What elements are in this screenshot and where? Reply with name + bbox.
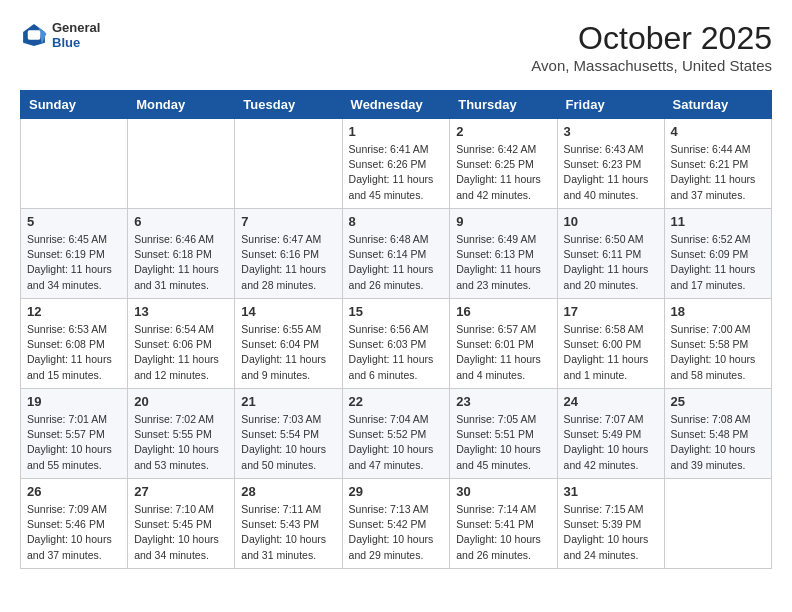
- day-number: 7: [241, 214, 335, 229]
- calendar-cell: 26Sunrise: 7:09 AM Sunset: 5:46 PM Dayli…: [21, 479, 128, 569]
- day-number: 11: [671, 214, 765, 229]
- calendar-cell: 4Sunrise: 6:44 AM Sunset: 6:21 PM Daylig…: [664, 119, 771, 209]
- calendar-table: SundayMondayTuesdayWednesdayThursdayFrid…: [20, 90, 772, 569]
- day-info: Sunrise: 6:48 AM Sunset: 6:14 PM Dayligh…: [349, 232, 444, 293]
- day-info: Sunrise: 6:49 AM Sunset: 6:13 PM Dayligh…: [456, 232, 550, 293]
- calendar-cell: 1Sunrise: 6:41 AM Sunset: 6:26 PM Daylig…: [342, 119, 450, 209]
- day-number: 29: [349, 484, 444, 499]
- day-info: Sunrise: 6:54 AM Sunset: 6:06 PM Dayligh…: [134, 322, 228, 383]
- weekday-header-thursday: Thursday: [450, 91, 557, 119]
- day-number: 20: [134, 394, 228, 409]
- day-info: Sunrise: 6:55 AM Sunset: 6:04 PM Dayligh…: [241, 322, 335, 383]
- day-number: 5: [27, 214, 121, 229]
- day-info: Sunrise: 7:07 AM Sunset: 5:49 PM Dayligh…: [564, 412, 658, 473]
- day-number: 9: [456, 214, 550, 229]
- day-number: 4: [671, 124, 765, 139]
- page-header: General Blue October 2025 Avon, Massachu…: [20, 20, 772, 74]
- calendar-cell: 14Sunrise: 6:55 AM Sunset: 6:04 PM Dayli…: [235, 299, 342, 389]
- calendar-cell: 5Sunrise: 6:45 AM Sunset: 6:19 PM Daylig…: [21, 209, 128, 299]
- title-block: October 2025 Avon, Massachusetts, United…: [531, 20, 772, 74]
- calendar-cell: 8Sunrise: 6:48 AM Sunset: 6:14 PM Daylig…: [342, 209, 450, 299]
- logo-general-text: General: [52, 20, 100, 35]
- calendar-cell: 15Sunrise: 6:56 AM Sunset: 6:03 PM Dayli…: [342, 299, 450, 389]
- weekday-header-friday: Friday: [557, 91, 664, 119]
- day-number: 31: [564, 484, 658, 499]
- day-info: Sunrise: 6:57 AM Sunset: 6:01 PM Dayligh…: [456, 322, 550, 383]
- calendar-cell: [235, 119, 342, 209]
- logo-blue-text: Blue: [52, 35, 100, 50]
- day-number: 24: [564, 394, 658, 409]
- calendar-week-row: 12Sunrise: 6:53 AM Sunset: 6:08 PM Dayli…: [21, 299, 772, 389]
- calendar-cell: 9Sunrise: 6:49 AM Sunset: 6:13 PM Daylig…: [450, 209, 557, 299]
- svg-rect-2: [28, 30, 40, 39]
- calendar-cell: 6Sunrise: 6:46 AM Sunset: 6:18 PM Daylig…: [128, 209, 235, 299]
- calendar-cell: 21Sunrise: 7:03 AM Sunset: 5:54 PM Dayli…: [235, 389, 342, 479]
- calendar-header: SundayMondayTuesdayWednesdayThursdayFrid…: [21, 91, 772, 119]
- day-info: Sunrise: 6:41 AM Sunset: 6:26 PM Dayligh…: [349, 142, 444, 203]
- day-info: Sunrise: 7:13 AM Sunset: 5:42 PM Dayligh…: [349, 502, 444, 563]
- calendar-body: 1Sunrise: 6:41 AM Sunset: 6:26 PM Daylig…: [21, 119, 772, 569]
- day-number: 25: [671, 394, 765, 409]
- logo-text: General Blue: [52, 20, 100, 50]
- day-number: 23: [456, 394, 550, 409]
- day-number: 10: [564, 214, 658, 229]
- day-info: Sunrise: 6:56 AM Sunset: 6:03 PM Dayligh…: [349, 322, 444, 383]
- day-number: 19: [27, 394, 121, 409]
- day-number: 3: [564, 124, 658, 139]
- calendar-cell: 13Sunrise: 6:54 AM Sunset: 6:06 PM Dayli…: [128, 299, 235, 389]
- calendar-cell: 20Sunrise: 7:02 AM Sunset: 5:55 PM Dayli…: [128, 389, 235, 479]
- day-number: 26: [27, 484, 121, 499]
- calendar-cell: [21, 119, 128, 209]
- calendar-cell: 22Sunrise: 7:04 AM Sunset: 5:52 PM Dayli…: [342, 389, 450, 479]
- calendar-cell: [664, 479, 771, 569]
- calendar-cell: 27Sunrise: 7:10 AM Sunset: 5:45 PM Dayli…: [128, 479, 235, 569]
- day-info: Sunrise: 7:14 AM Sunset: 5:41 PM Dayligh…: [456, 502, 550, 563]
- day-info: Sunrise: 7:10 AM Sunset: 5:45 PM Dayligh…: [134, 502, 228, 563]
- calendar-cell: 2Sunrise: 6:42 AM Sunset: 6:25 PM Daylig…: [450, 119, 557, 209]
- calendar-cell: 18Sunrise: 7:00 AM Sunset: 5:58 PM Dayli…: [664, 299, 771, 389]
- calendar-cell: 17Sunrise: 6:58 AM Sunset: 6:00 PM Dayli…: [557, 299, 664, 389]
- calendar-cell: 16Sunrise: 6:57 AM Sunset: 6:01 PM Dayli…: [450, 299, 557, 389]
- calendar-cell: 23Sunrise: 7:05 AM Sunset: 5:51 PM Dayli…: [450, 389, 557, 479]
- calendar-cell: 29Sunrise: 7:13 AM Sunset: 5:42 PM Dayli…: [342, 479, 450, 569]
- day-number: 21: [241, 394, 335, 409]
- day-number: 15: [349, 304, 444, 319]
- calendar-cell: 24Sunrise: 7:07 AM Sunset: 5:49 PM Dayli…: [557, 389, 664, 479]
- calendar-cell: 11Sunrise: 6:52 AM Sunset: 6:09 PM Dayli…: [664, 209, 771, 299]
- day-number: 18: [671, 304, 765, 319]
- day-info: Sunrise: 6:52 AM Sunset: 6:09 PM Dayligh…: [671, 232, 765, 293]
- day-number: 17: [564, 304, 658, 319]
- calendar-cell: [128, 119, 235, 209]
- day-info: Sunrise: 7:05 AM Sunset: 5:51 PM Dayligh…: [456, 412, 550, 473]
- day-info: Sunrise: 6:43 AM Sunset: 6:23 PM Dayligh…: [564, 142, 658, 203]
- calendar-cell: 7Sunrise: 6:47 AM Sunset: 6:16 PM Daylig…: [235, 209, 342, 299]
- day-number: 14: [241, 304, 335, 319]
- calendar-cell: 25Sunrise: 7:08 AM Sunset: 5:48 PM Dayli…: [664, 389, 771, 479]
- logo-icon: [20, 21, 48, 49]
- day-info: Sunrise: 7:04 AM Sunset: 5:52 PM Dayligh…: [349, 412, 444, 473]
- day-info: Sunrise: 6:45 AM Sunset: 6:19 PM Dayligh…: [27, 232, 121, 293]
- day-number: 2: [456, 124, 550, 139]
- calendar-week-row: 26Sunrise: 7:09 AM Sunset: 5:46 PM Dayli…: [21, 479, 772, 569]
- day-number: 8: [349, 214, 444, 229]
- logo: General Blue: [20, 20, 100, 50]
- calendar-cell: 28Sunrise: 7:11 AM Sunset: 5:43 PM Dayli…: [235, 479, 342, 569]
- day-info: Sunrise: 6:44 AM Sunset: 6:21 PM Dayligh…: [671, 142, 765, 203]
- day-number: 27: [134, 484, 228, 499]
- day-info: Sunrise: 6:47 AM Sunset: 6:16 PM Dayligh…: [241, 232, 335, 293]
- day-info: Sunrise: 7:01 AM Sunset: 5:57 PM Dayligh…: [27, 412, 121, 473]
- day-info: Sunrise: 6:50 AM Sunset: 6:11 PM Dayligh…: [564, 232, 658, 293]
- day-number: 12: [27, 304, 121, 319]
- day-info: Sunrise: 6:58 AM Sunset: 6:00 PM Dayligh…: [564, 322, 658, 383]
- weekday-header-monday: Monday: [128, 91, 235, 119]
- calendar-cell: 30Sunrise: 7:14 AM Sunset: 5:41 PM Dayli…: [450, 479, 557, 569]
- location-subtitle: Avon, Massachusetts, United States: [531, 57, 772, 74]
- weekday-header-tuesday: Tuesday: [235, 91, 342, 119]
- calendar-week-row: 1Sunrise: 6:41 AM Sunset: 6:26 PM Daylig…: [21, 119, 772, 209]
- weekday-header-wednesday: Wednesday: [342, 91, 450, 119]
- calendar-cell: 10Sunrise: 6:50 AM Sunset: 6:11 PM Dayli…: [557, 209, 664, 299]
- month-title: October 2025: [531, 20, 772, 57]
- day-number: 30: [456, 484, 550, 499]
- day-info: Sunrise: 6:46 AM Sunset: 6:18 PM Dayligh…: [134, 232, 228, 293]
- day-info: Sunrise: 7:11 AM Sunset: 5:43 PM Dayligh…: [241, 502, 335, 563]
